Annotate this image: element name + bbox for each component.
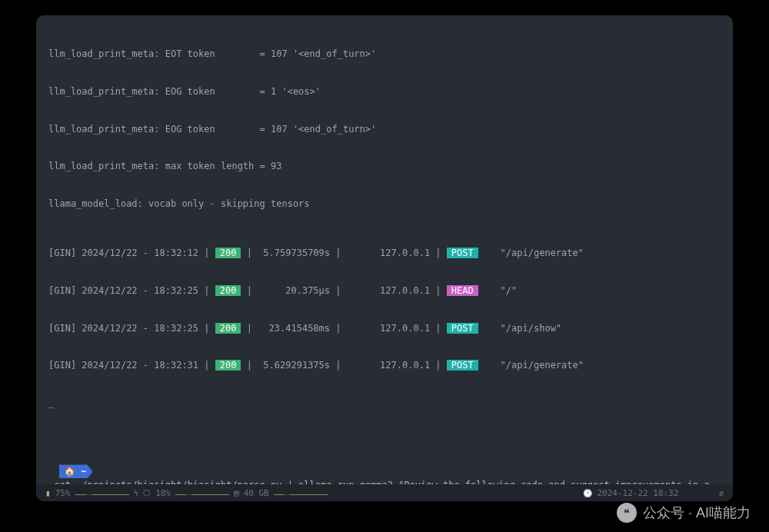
mem-icon: ▤ [234, 488, 239, 498]
http-status: 200 [215, 285, 241, 296]
terminal-window[interactable]: llm_load_print_meta: EOT token = 107 '<e… [36, 15, 733, 501]
datetime: 2024-12-22 18:32 [597, 488, 678, 498]
wechat-icon: ❝ [617, 503, 637, 523]
command-text: cat ~/projects/biasight/biasight/parse.p… [48, 478, 710, 484]
network-icon: ⇵ [718, 488, 724, 498]
gin-log-row: [GIN] 2024/12/22 - 18:32:25 | 200 | 23.4… [48, 322, 721, 334]
log-line: llama_model_load: vocab only - skipping … [48, 198, 721, 210]
battery-pct: 75% [55, 488, 71, 498]
bolt-icon: ϟ [134, 488, 139, 498]
gin-log-row: [GIN] 2024/12/22 - 18:32:31 | 200 | 5.62… [48, 359, 721, 371]
cpu-pct: 18% [155, 488, 171, 498]
gin-log-row: [GIN] 2024/12/22 - 18:32:12 | 200 | 5.75… [48, 247, 721, 259]
status-bar: ▮ 75% ϟ ⎔ 18% ▤ 40 GB 2024-12-22 18:32 ⇵ [36, 484, 733, 501]
terminal-content[interactable]: llm_load_print_meta: EOT token = 107 '<e… [36, 15, 733, 484]
mem-sparkline [274, 489, 328, 497]
prompt-path: 🏠 ~ [59, 464, 92, 478]
log-line: llm_load_print_meta: max token length = … [48, 160, 721, 172]
gin-log-row: [GIN] 2024/12/22 - 18:32:25 | 200 | 20.3… [48, 284, 721, 297]
log-line: llm_load_print_meta: EOG token = 107 '<e… [48, 123, 721, 135]
http-method: HEAD [447, 285, 478, 296]
battery-sparkline [75, 489, 129, 497]
log-line: llm_load_print_meta: EOG token = 1 '<eos… [48, 85, 721, 98]
cursor: _ [48, 397, 721, 409]
watermark: ❝ 公众号 · AI喵能力 [617, 503, 751, 523]
http-status: 200 [215, 248, 241, 258]
mem-value: 40 GB [244, 488, 269, 498]
clock-icon [583, 488, 592, 498]
cpu-sparkline [175, 489, 229, 497]
http-method: POST [447, 323, 478, 334]
http-method: POST [447, 360, 478, 371]
watermark-text: 公众号 · AI喵能力 [643, 504, 751, 522]
http-method: POST [447, 248, 478, 258]
cpu-icon: ⎔ [143, 488, 151, 498]
http-status: 200 [215, 360, 241, 371]
http-status: 200 [215, 323, 241, 334]
prompt-line[interactable]: 🏠 ~ cat ~/projects/biasight/biasight/par… [48, 464, 721, 484]
battery-icon: ▮ [45, 488, 51, 498]
log-line: llm_load_print_meta: EOT token = 107 '<e… [48, 48, 721, 60]
